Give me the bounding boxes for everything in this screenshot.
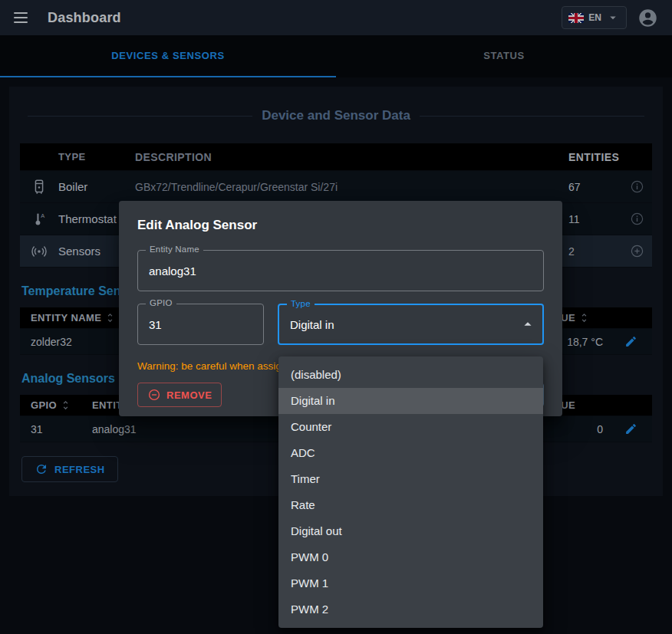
- gpio-field[interactable]: GPIO 31: [137, 304, 264, 345]
- menu-item-disabled[interactable]: (disabled): [278, 362, 543, 388]
- menu-item-pwm-0[interactable]: PWM 0: [278, 544, 543, 570]
- entity-name-field[interactable]: Entity Name analog31: [137, 250, 544, 291]
- entity-name-field-value: analog31: [149, 264, 196, 278]
- menu-item-adc[interactable]: ADC: [278, 440, 543, 466]
- remove-label: REMOVE: [166, 389, 212, 401]
- menu-item-rate[interactable]: Rate: [278, 492, 543, 518]
- remove-button[interactable]: REMOVE: [137, 383, 222, 407]
- minus-circle-icon: [147, 388, 161, 402]
- menu-item-counter[interactable]: Counter: [278, 414, 543, 440]
- menu-item-pwm-1[interactable]: PWM 1: [278, 570, 543, 596]
- type-select-value: Digital in: [290, 318, 334, 331]
- gpio-field-value: 31: [149, 318, 162, 331]
- dialog-title: Edit Analog Sensor: [119, 201, 562, 247]
- gpio-field-label: GPIO: [146, 298, 176, 307]
- dialog-field-row: GPIO 31 Type Digital in: [137, 304, 544, 345]
- type-select[interactable]: Type Digital in: [278, 304, 544, 345]
- menu-item-timer[interactable]: Timer: [278, 466, 543, 492]
- chevron-up-icon: [519, 316, 536, 333]
- type-select-menu: (disabled) Digital in Counter ADC Timer …: [278, 356, 543, 628]
- menu-item-pwm-2[interactable]: PWM 2: [278, 596, 543, 623]
- menu-item-digital-out[interactable]: Digital out: [278, 518, 543, 544]
- menu-item-digital-in[interactable]: Digital in: [278, 388, 543, 414]
- screen: Dashboard EN DEVICES & SENSORS STATUS De…: [0, 0, 672, 496]
- entity-name-field-label: Entity Name: [146, 245, 203, 254]
- type-select-label: Type: [287, 299, 315, 308]
- dialog-body: Entity Name analog31 GPIO 31 Type Digita…: [119, 247, 562, 372]
